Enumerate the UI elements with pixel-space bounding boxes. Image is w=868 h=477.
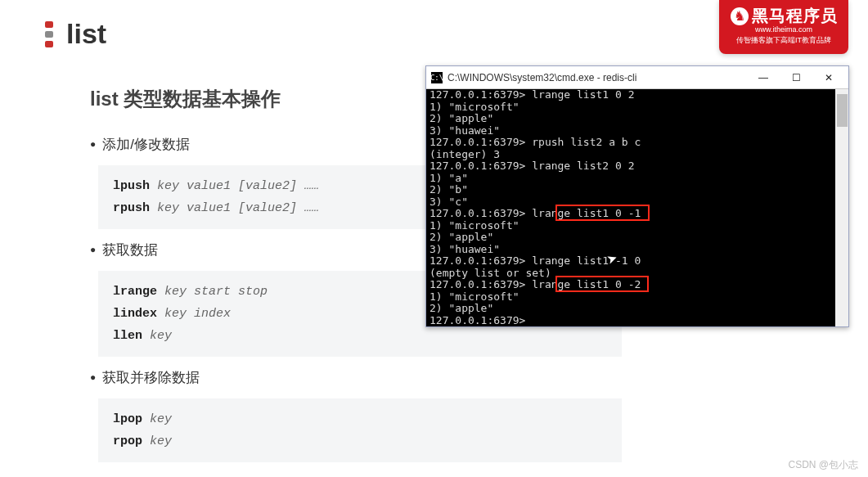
code-args: key start stop bbox=[164, 285, 268, 299]
code-args: key bbox=[150, 412, 172, 426]
close-button[interactable]: ✕ bbox=[812, 67, 845, 88]
brand-title: 黑马程序员 bbox=[752, 5, 838, 27]
code-block: lpop key rpop key bbox=[98, 398, 622, 462]
brand-badge: ♞ 黑马程序员 www.itheima.com 传智播客旗下高端IT教育品牌 bbox=[719, 0, 848, 54]
code-args: key bbox=[150, 329, 172, 343]
highlight-box bbox=[555, 205, 650, 221]
list-item: 获取并移除数据 lpop key rpop key bbox=[90, 368, 630, 462]
terminal-body[interactable]: 127.0.0.1:6379> lrange list1 0 2 1) "mic… bbox=[426, 89, 848, 326]
code-cmd: rpop bbox=[113, 434, 142, 448]
code-args: key index bbox=[164, 307, 231, 321]
code-cmd: lpush bbox=[113, 179, 150, 193]
logo-dots-icon bbox=[45, 21, 56, 47]
watermark: CSDN @包小志 bbox=[788, 458, 858, 472]
code-cmd: llen bbox=[113, 329, 142, 343]
highlight-box bbox=[555, 276, 649, 292]
scrollbar[interactable] bbox=[835, 89, 848, 326]
code-args: key value1 [value2] …… bbox=[157, 179, 319, 193]
maximize-button[interactable]: ☐ bbox=[780, 67, 812, 88]
scrollbar-thumb[interactable] bbox=[837, 94, 848, 127]
terminal-titlebar[interactable]: C:\ C:\WINDOWS\system32\cmd.exe - redis-… bbox=[426, 66, 848, 89]
minimize-button[interactable]: — bbox=[747, 67, 780, 88]
header-logo: list bbox=[45, 18, 106, 50]
horse-icon: ♞ bbox=[731, 7, 749, 25]
code-args: key bbox=[150, 434, 172, 448]
code-cmd: rpush bbox=[113, 201, 150, 215]
bullet-label: 获取并移除数据 bbox=[90, 368, 630, 387]
cmd-icon: C:\ bbox=[431, 72, 443, 83]
code-cmd: lrange bbox=[113, 285, 157, 299]
terminal-title: C:\WINDOWS\system32\cmd.exe - redis-cli bbox=[447, 72, 747, 83]
code-cmd: lpop bbox=[113, 412, 142, 426]
code-args: key value1 [value2] …… bbox=[157, 201, 319, 215]
code-cmd: lindex bbox=[113, 307, 157, 321]
logo-text: list bbox=[66, 18, 106, 50]
terminal-window: C:\ C:\WINDOWS\system32\cmd.exe - redis-… bbox=[425, 65, 849, 327]
brand-tagline: 传智播客旗下高端IT教育品牌 bbox=[727, 35, 840, 46]
